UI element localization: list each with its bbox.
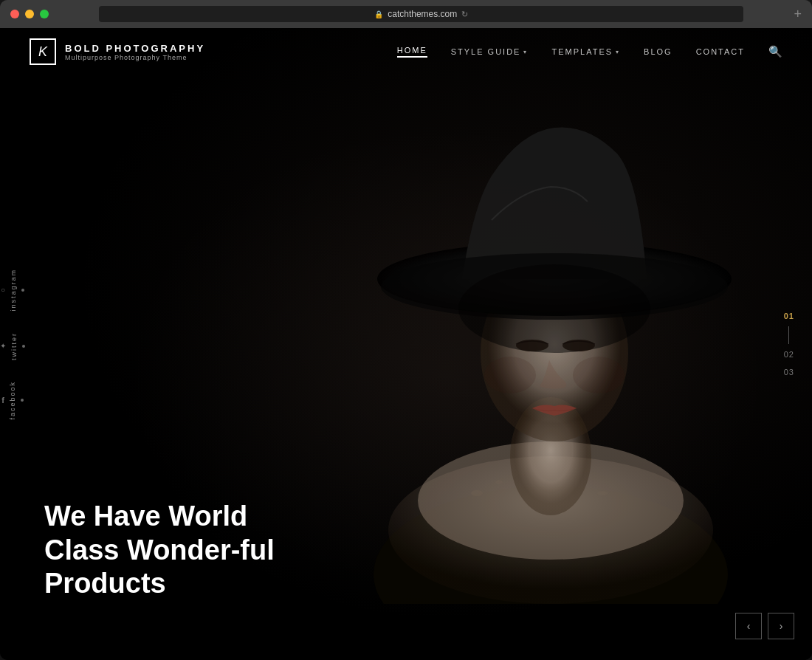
next-slide-button[interactable]: › <box>768 613 794 639</box>
site-content: K BOLD PHOTOGRAPHY Multipurpose Photogra… <box>0 28 812 660</box>
instagram-dot <box>21 289 24 292</box>
social-instagram[interactable]: ○ instagram <box>1 258 24 322</box>
social-facebook[interactable]: f facebook <box>1 371 24 430</box>
hero-image <box>344 72 757 604</box>
style-guide-chevron: ▾ <box>523 49 528 55</box>
social-twitter[interactable]: ✦ twitter <box>0 321 25 370</box>
facebook-label: facebook <box>9 381 16 420</box>
svg-point-12 <box>471 490 483 496</box>
new-tab-button[interactable]: + <box>794 7 802 22</box>
main-navigation: K BOLD PHOTOGRAPHY Multipurpose Photogra… <box>0 28 812 75</box>
nav-style-guide[interactable]: STYLE GUIDE ▾ <box>451 47 529 56</box>
traffic-lights <box>10 10 49 18</box>
browser-window: 🔒 catchthemes.com ↻ + <box>0 0 812 660</box>
url-bar[interactable]: 🔒 catchthemes.com ↻ <box>99 6 743 22</box>
social-sidebar: ○ instagram ✦ twitter f facebook <box>0 252 25 436</box>
instagram-label: instagram <box>10 269 17 312</box>
slide-3-indicator[interactable]: 03 <box>781 363 797 381</box>
brand: K BOLD PHOTOGRAPHY Multipurpose Photogra… <box>30 38 205 65</box>
templates-chevron: ▾ <box>616 49 620 55</box>
refresh-icon[interactable]: ↻ <box>461 10 468 19</box>
brand-title: BOLD PHOTOGRAPHY <box>65 43 205 54</box>
minimize-button[interactable] <box>25 10 34 18</box>
facebook-icon: f <box>1 396 4 405</box>
twitter-label: twitter <box>10 331 18 360</box>
slide-1-indicator[interactable]: 01 <box>781 307 797 325</box>
hero-headline: We Have World Class Wonder-ful Products <box>44 500 295 601</box>
nav-blog[interactable]: BLOG <box>644 47 672 56</box>
svg-point-13 <box>495 480 503 484</box>
nav-contact[interactable]: CONTACT <box>696 47 745 56</box>
prev-slide-button[interactable]: ‹ <box>735 613 762 639</box>
twitter-icon: ✦ <box>0 342 6 350</box>
svg-point-14 <box>597 491 608 495</box>
close-button[interactable] <box>10 10 19 18</box>
twitter-dot <box>22 344 25 347</box>
brand-text: BOLD PHOTOGRAPHY Multipurpose Photograph… <box>65 43 205 61</box>
slide-2-indicator[interactable]: 02 <box>781 346 797 363</box>
svg-point-11 <box>458 264 650 353</box>
slide-divider <box>788 326 789 344</box>
slide-indicators: 01 02 03 <box>781 307 797 381</box>
hero-text: We Have World Class Wonder-ful Products <box>44 500 295 601</box>
search-icon[interactable]: 🔍 <box>768 45 782 58</box>
svg-point-7 <box>484 357 536 393</box>
nav-menu: HOME STYLE GUIDE ▾ TEMPLATES ▾ BLOG CONT… <box>397 45 782 58</box>
lock-icon: 🔒 <box>374 10 383 18</box>
titlebar: 🔒 catchthemes.com ↻ + <box>0 0 812 28</box>
logo-letter: K <box>38 44 47 60</box>
svg-point-8 <box>573 357 625 393</box>
brand-subtitle: Multipurpose Photography Theme <box>65 54 205 61</box>
facebook-dot <box>21 399 24 402</box>
nav-templates[interactable]: TEMPLATES ▾ <box>551 47 620 56</box>
url-text: catchthemes.com <box>388 9 457 19</box>
logo[interactable]: K <box>30 38 56 65</box>
nav-home[interactable]: HOME <box>397 46 427 58</box>
instagram-icon: ○ <box>1 286 5 294</box>
slide-nav-arrows: ‹ › <box>735 613 794 639</box>
maximize-button[interactable] <box>40 10 49 18</box>
